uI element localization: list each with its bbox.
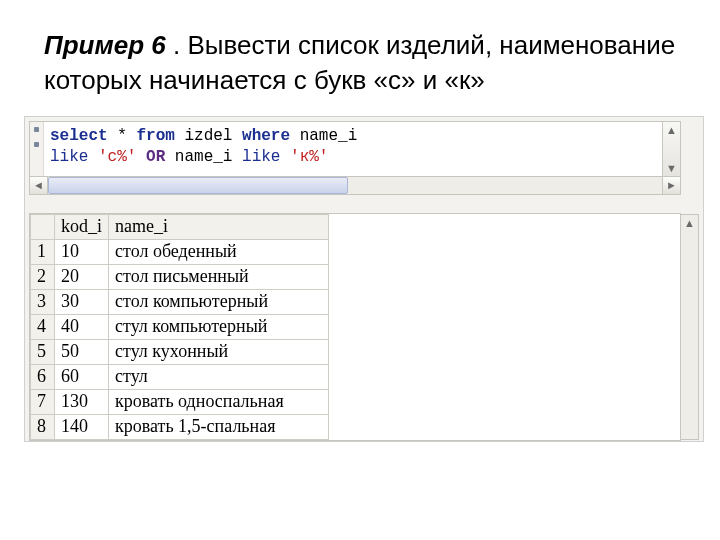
sql-token: izdel xyxy=(175,127,242,145)
row-header: 6 xyxy=(31,365,55,390)
grid-vertical-scrollbar[interactable]: ▲ xyxy=(681,214,699,440)
editor-vertical-scrollbar[interactable]: ▲ ▼ xyxy=(662,122,680,176)
cell-kod: 10 xyxy=(55,240,109,265)
cell-name: стул компьютерный xyxy=(109,315,329,340)
table-row[interactable]: 440стул компьютерный xyxy=(31,315,329,340)
sql-token: select xyxy=(50,127,108,145)
row-header: 2 xyxy=(31,265,55,290)
column-header-name[interactable]: name_i xyxy=(109,215,329,240)
row-header: 7 xyxy=(31,390,55,415)
gutter-marker xyxy=(34,127,39,132)
sql-token xyxy=(136,148,146,166)
sql-text[interactable]: select * from izdel where name_i like 'с… xyxy=(44,122,662,176)
cell-name: стол компьютерный xyxy=(109,290,329,315)
sql-token: like xyxy=(50,148,88,166)
sql-token: like xyxy=(242,148,280,166)
sql-line: like 'с%' OR name_i like 'к%' xyxy=(50,147,656,168)
sql-token: OR xyxy=(146,148,165,166)
cell-name: кровать 1,5-спальная xyxy=(109,415,329,440)
table-row[interactable]: 7130кровать односпальная xyxy=(31,390,329,415)
table-row[interactable]: 220стол письменный xyxy=(31,265,329,290)
cell-name: стул кухонный xyxy=(109,340,329,365)
scroll-right-icon[interactable]: ► xyxy=(662,177,680,194)
scroll-up-icon[interactable]: ▲ xyxy=(666,124,677,136)
table-row[interactable]: 660стул xyxy=(31,365,329,390)
cell-name: стол письменный xyxy=(109,265,329,290)
cell-kod: 40 xyxy=(55,315,109,340)
table-row[interactable]: 330стол компьютерный xyxy=(31,290,329,315)
table-row[interactable]: 550стул кухонный xyxy=(31,340,329,365)
gutter-marker xyxy=(34,142,39,147)
sql-token: name_i xyxy=(165,148,242,166)
scroll-down-icon[interactable]: ▼ xyxy=(666,162,677,174)
sql-line: select * from izdel where name_i xyxy=(50,126,656,147)
cell-name: стол обеденный xyxy=(109,240,329,265)
column-header-kod[interactable]: kod_i xyxy=(55,215,109,240)
row-header: 1 xyxy=(31,240,55,265)
sql-token xyxy=(88,148,98,166)
results-grid[interactable]: kod_i name_i 110стол обеденный220стол пи… xyxy=(29,213,681,441)
table-row[interactable]: 110стол обеденный xyxy=(31,240,329,265)
row-header: 8 xyxy=(31,415,55,440)
sql-token: * xyxy=(108,127,137,145)
editor-horizontal-scrollbar[interactable]: ◄ ► xyxy=(29,177,681,195)
cell-kod: 140 xyxy=(55,415,109,440)
corner-cell xyxy=(31,215,55,240)
cell-name: кровать односпальная xyxy=(109,390,329,415)
page-title: Пример 6 . Вывести список изделий, наиме… xyxy=(44,28,676,98)
row-header: 4 xyxy=(31,315,55,340)
row-header: 5 xyxy=(31,340,55,365)
cell-kod: 20 xyxy=(55,265,109,290)
cell-kod: 30 xyxy=(55,290,109,315)
sql-token: from xyxy=(136,127,174,145)
scroll-up-icon[interactable]: ▲ xyxy=(684,217,695,229)
sql-client-window: select * from izdel where name_i like 'с… xyxy=(24,116,704,442)
sql-token xyxy=(280,148,290,166)
scroll-left-icon[interactable]: ◄ xyxy=(30,177,48,194)
sql-token: name_i xyxy=(290,127,357,145)
sql-token: 'к%' xyxy=(290,148,328,166)
header-row: kod_i name_i xyxy=(31,215,329,240)
cell-kod: 50 xyxy=(55,340,109,365)
table-row[interactable]: 8140кровать 1,5-спальная xyxy=(31,415,329,440)
cell-kod: 130 xyxy=(55,390,109,415)
sql-token: where xyxy=(242,127,290,145)
cell-kod: 60 xyxy=(55,365,109,390)
cell-name: стул xyxy=(109,365,329,390)
sql-editor[interactable]: select * from izdel where name_i like 'с… xyxy=(29,121,681,177)
sql-token: 'с%' xyxy=(98,148,136,166)
row-header: 3 xyxy=(31,290,55,315)
scrollbar-thumb[interactable] xyxy=(48,177,348,194)
editor-gutter xyxy=(30,122,44,176)
title-lead: Пример 6 xyxy=(44,30,166,60)
